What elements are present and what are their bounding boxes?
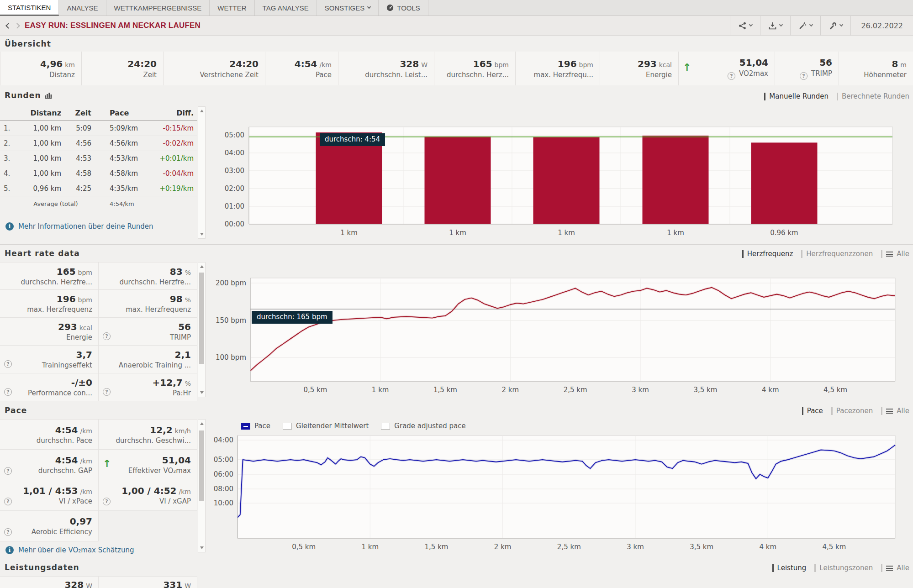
table-row: 5. 0,96 km 4:25 4:35/km +0:19/km (0, 181, 197, 196)
help-icon[interactable]: ? (4, 498, 12, 505)
share-button[interactable] (730, 16, 760, 36)
stat-avg-pace: 4:54/km durchschn. Pace (0, 419, 99, 450)
pace-stats: 4:54/km durchschn. Pace 12,2km/h durchsc… (0, 419, 198, 541)
stat-label: Verstrichene Zeit (200, 71, 259, 79)
svg-text:0.96 km: 0.96 km (770, 229, 798, 237)
activity-date: 26.02.2022 (850, 16, 913, 36)
tools-wand-button[interactable] (790, 16, 820, 36)
stat-unit: km (65, 61, 75, 68)
heart-stats: 165bpm durchschn. Herzfre... 83% durchsc… (0, 262, 198, 402)
laps-heading: Runden (5, 91, 52, 100)
svg-text:02:00: 02:00 (225, 184, 244, 193)
laps-table: Distanz Zeit Pace Diff. 1. 1,00 km 5:09 … (0, 106, 197, 210)
help-icon[interactable]: ? (800, 72, 807, 80)
stat-energie: 293kcal Energie (0, 318, 99, 346)
tab-label: ANALYSE (67, 4, 98, 12)
view-leistung[interactable]: Leistung (772, 564, 807, 572)
section-divider (0, 402, 913, 402)
stat-energie: 293kcal Energie (600, 52, 678, 85)
view-manuelle-runden[interactable]: Manuelle Runden (764, 92, 829, 100)
pace-chart[interactable]: 04:0005:0006:0008:0010:000,5 km1 km1,5 k… (201, 420, 907, 557)
scroll-up-icon[interactable] (198, 263, 205, 270)
help-icon[interactable]: ? (103, 498, 111, 505)
svg-text:3,5 km: 3,5 km (693, 386, 717, 394)
laps-pace-chart[interactable]: 00:0001:0002:0003:0004:0005:001 km1 km1 … (201, 108, 907, 241)
stat-power-2: 331W (99, 576, 197, 588)
help-icon[interactable]: ? (103, 332, 111, 340)
help-icon[interactable]: ? (4, 360, 12, 368)
stat-value: 4,96 (40, 58, 63, 69)
col-distanz: Distanz (16, 106, 65, 121)
view-herzfrequenzzonen[interactable]: Herzfrequenzzonen (801, 250, 873, 258)
view-pacezonen[interactable]: Pacezonen (831, 407, 873, 415)
menu-icon (886, 409, 893, 414)
trend-up-icon: ↑ (683, 63, 691, 73)
stat-leistung: 328W durchschn. Leist... (338, 52, 434, 85)
stat-max-hr: 196bpm max. Herzfrequenz (0, 290, 99, 318)
view-alle[interactable]: Alle (881, 250, 909, 258)
stat-value: 56 (819, 57, 832, 68)
stat-label: Energie (646, 71, 672, 79)
stat-label: max. Herzfrequ... (534, 71, 593, 79)
help-icon[interactable]: ? (4, 467, 12, 475)
svg-text:0,5 km: 0,5 km (303, 386, 327, 394)
help-icon[interactable]: ? (4, 388, 12, 396)
download-button[interactable] (760, 16, 790, 36)
stat-unit: /km (320, 61, 332, 68)
stat-value: 328 (400, 58, 419, 69)
chevron-down-icon (749, 23, 753, 26)
back-icon[interactable] (5, 23, 11, 29)
help-icon[interactable]: ? (4, 528, 12, 536)
tab-analyse[interactable]: ANALYSE (59, 0, 106, 16)
tab-sonstiges[interactable]: SONSTIGES (317, 0, 379, 16)
stat-max-herzfrequenz: 196bpm max. Herzfrequ... (515, 52, 600, 85)
svg-text:0,5 km: 0,5 km (292, 543, 316, 551)
table-row: 2. 1,00 km 4:56 4:56/km -0:02/km (0, 136, 197, 151)
average-label: Average (total) (16, 196, 95, 211)
tab-wetter[interactable]: WETTER (210, 0, 254, 16)
svg-text:04:00: 04:00 (214, 436, 233, 444)
forward-icon[interactable] (14, 23, 20, 29)
view-leistungszonen[interactable]: Leistungszonen (814, 564, 873, 572)
stat-label: durchschn. Herz... (447, 71, 509, 79)
svg-text:00:00: 00:00 (225, 220, 244, 228)
svg-text:100 bpm: 100 bpm (216, 353, 246, 362)
stat-verstrichene-zeit: 24:20 Verstrichene Zeit (163, 52, 265, 85)
svg-text:4,5 km: 4,5 km (822, 543, 846, 551)
pace-more-link[interactable]: i Mehr über die VO₂max Schätzung (5, 546, 134, 554)
stat-avg-speed: 12,2km/h durchschn. Geschwi... (99, 419, 197, 450)
help-icon[interactable]: ? (728, 72, 735, 80)
tab-tag-analyse[interactable]: TAG ANALYSE (255, 0, 317, 16)
stat-label: durchschn. Leist... (365, 71, 427, 79)
tab-statistiken[interactable]: STATISTIKEN (0, 0, 59, 16)
heart-rate-chart[interactable]: 200 bpm150 bpm100 bpm0,5 km1 km1,5 km2 k… (201, 274, 907, 397)
stat-value: 24:20 (127, 58, 157, 69)
svg-text:01:00: 01:00 (225, 202, 244, 210)
view-herzfrequenz[interactable]: Herzfrequenz (742, 250, 793, 258)
stat-trimp: 56 ?TRIMP (775, 52, 839, 85)
settings-button[interactable] (820, 16, 850, 36)
tab-tools[interactable]: TOOLS (379, 0, 428, 16)
stat-unit: W (421, 61, 427, 68)
activity-page: STATISTIKEN ANALYSE WETTKAMPFERGEBNISSE … (0, 0, 913, 588)
chevron-down-icon (839, 23, 843, 26)
power-stats: 328W 331W (0, 576, 198, 588)
chart-tooltip: durchschn: 165 bpm (252, 311, 332, 324)
help-icon[interactable]: ? (103, 388, 111, 396)
laps-more-link[interactable]: i Mehr Informationen über deine Runden (5, 222, 153, 231)
power-heading: Leistungsdaten (5, 563, 79, 572)
stat-avg-hr-pct: 83% durchschn. Herzfre... (99, 262, 197, 290)
svg-text:4 km: 4 km (762, 386, 779, 394)
stat-label: Höhenmeter (864, 71, 907, 79)
stat-max-hr-pct: 98% max. Herzfrequenz (99, 290, 197, 318)
svg-text:3 km: 3 km (632, 386, 649, 394)
view-berechnete-runden[interactable]: Berechnete Runden (837, 92, 909, 100)
stat-effective-vo2max: ↑ 51,04 Effektiver VO₂max (99, 450, 197, 480)
view-alle[interactable]: Alle (881, 407, 909, 415)
tab-wettkampfergebnisse[interactable]: WETTKAMPFERGEBNISSE (106, 0, 210, 16)
stat-value: 51,04 (739, 57, 768, 68)
view-pace[interactable]: Pace (802, 407, 823, 415)
view-alle[interactable]: Alle (881, 564, 909, 572)
menu-icon (886, 566, 893, 571)
stat-value: 8 (892, 58, 898, 69)
